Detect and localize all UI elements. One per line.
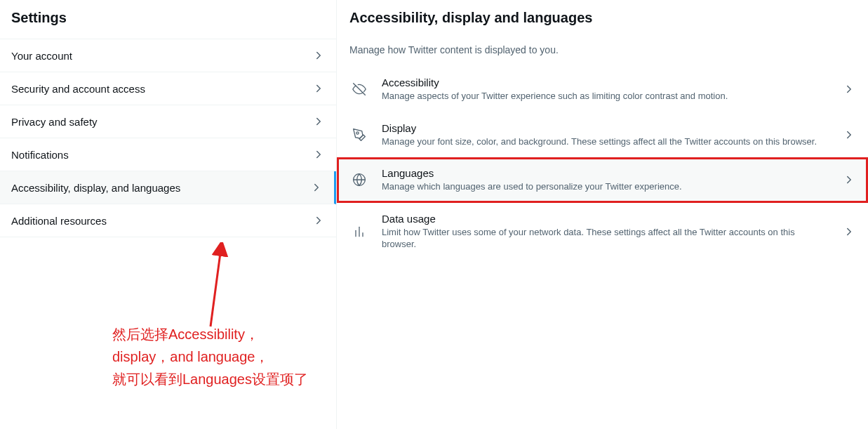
settings-detail-panel: Accessibility, display and languages Man… [337, 0, 868, 429]
chevron-right-icon [312, 148, 325, 161]
detail-item-body: DisplayManage your font size, color, and… [382, 122, 830, 148]
detail-item-desc: Limit how Twitter uses some of your netw… [382, 226, 830, 251]
settings-title: Settings [0, 0, 336, 39]
chevron-right-icon [312, 214, 325, 227]
detail-title: Accessibility, display and languages [337, 0, 868, 39]
nav-item-label: Privacy and safety [11, 116, 98, 128]
detail-item-desc: Manage which languages are used to perso… [382, 180, 830, 193]
nav-item-accessibility-display-and-languages[interactable]: Accessibility, display, and languages [0, 171, 336, 204]
chevron-right-icon [843, 83, 855, 95]
detail-item-title: Data usage [382, 213, 830, 225]
bar-chart-icon [349, 222, 369, 242]
chevron-right-icon [312, 82, 325, 95]
detail-item-title: Languages [382, 167, 830, 179]
nav-item-label: Notifications [11, 149, 69, 161]
nav-item-label: Additional resources [11, 215, 107, 227]
eye-off-icon [349, 79, 369, 99]
nav-item-notifications[interactable]: Notifications [0, 138, 336, 171]
detail-item-title: Display [382, 122, 830, 134]
nav-item-security-and-account-access[interactable]: Security and account access [0, 72, 336, 105]
chevron-right-icon [843, 225, 855, 238]
globe-icon [349, 170, 369, 190]
nav-item-label: Security and account access [11, 83, 145, 95]
svg-point-1 [356, 132, 359, 134]
nav-item-your-account[interactable]: Your account [0, 39, 336, 72]
detail-item-languages[interactable]: LanguagesManage which languages are used… [337, 157, 868, 203]
detail-item-accessibility[interactable]: AccessibilityManage aspects of your Twit… [337, 67, 868, 112]
detail-item-display[interactable]: DisplayManage your font size, color, and… [337, 112, 868, 158]
detail-item-data-usage[interactable]: Data usageLimit how Twitter uses some of… [337, 203, 868, 260]
detail-item-body: LanguagesManage which languages are used… [382, 167, 830, 193]
svg-line-0 [354, 84, 366, 95]
settings-sidebar: Settings Your accountSecurity and accoun… [0, 0, 337, 429]
detail-description: Manage how Twitter content is displayed … [337, 39, 868, 67]
detail-item-body: AccessibilityManage aspects of your Twit… [382, 77, 830, 103]
chevron-right-icon [310, 181, 323, 194]
brush-icon [349, 125, 369, 145]
nav-item-label: Your account [11, 50, 72, 62]
detail-item-desc: Manage your font size, color, and backgr… [382, 136, 830, 148]
nav-item-privacy-and-safety[interactable]: Privacy and safety [0, 105, 336, 138]
chevron-right-icon [843, 128, 855, 141]
chevron-right-icon [312, 49, 325, 62]
detail-item-body: Data usageLimit how Twitter uses some of… [382, 213, 830, 251]
chevron-right-icon [312, 115, 325, 128]
detail-item-title: Accessibility [382, 77, 830, 88]
chevron-right-icon [843, 173, 855, 186]
nav-item-label: Accessibility, display, and languages [11, 182, 180, 194]
detail-item-desc: Manage aspects of your Twitter experienc… [382, 90, 830, 103]
nav-item-additional-resources[interactable]: Additional resources [0, 204, 336, 237]
